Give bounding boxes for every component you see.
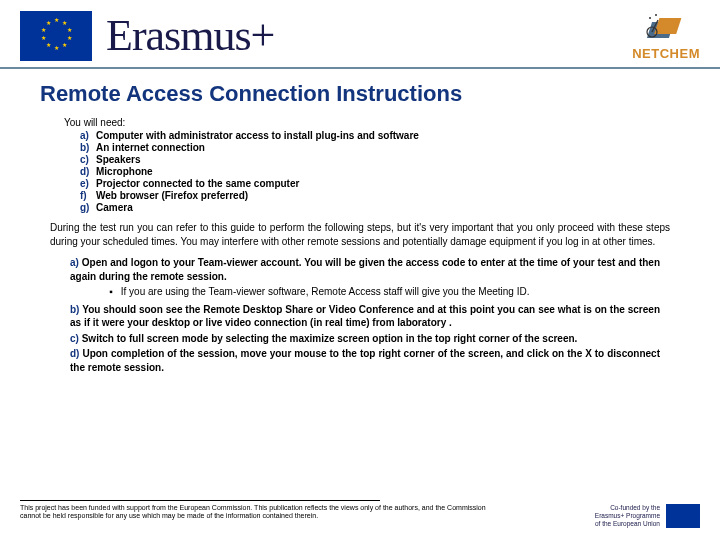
cofunded-badge: Co-funded by the Erasmus+ Programme of t… [595, 504, 700, 528]
eu-flag-small-icon [666, 504, 700, 528]
list-item: d)Microphone [80, 166, 690, 177]
disclaimer-text: This project has been funded with suppor… [20, 504, 490, 521]
page-title: Remote Access Connection Instructions [40, 81, 690, 107]
step-d: d) Upon completion of the session, move … [70, 347, 660, 374]
page-header: ★ ★ ★ ★ ★ ★ ★ ★ ★ ★ Erasmus+ NETCHEM [0, 0, 720, 69]
steps-list: a) Open and logon to your Team-viewer ac… [70, 256, 660, 374]
step-c: c) Switch to full screen mode by selecti… [70, 332, 660, 346]
page-footer: This project has been funded with suppor… [20, 500, 700, 528]
list-item: g)Camera [80, 202, 690, 213]
needs-intro: You will need: [64, 117, 690, 128]
list-item: a)Computer with administrator access to … [80, 130, 690, 141]
paragraph-warning: During the test run you can refer to thi… [50, 221, 670, 248]
step-b: b) You should soon see the Remote Deskto… [70, 303, 660, 330]
list-item: f)Web browser (Firefox preferred) [80, 190, 690, 201]
list-item: e)Projector connected to the same comput… [80, 178, 690, 189]
cofund-line: Co-funded by the [595, 504, 660, 512]
svg-point-4 [649, 17, 651, 19]
netchem-logo: NETCHEM [632, 10, 700, 61]
netchem-icon [642, 10, 690, 44]
needs-list: a)Computer with administrator access to … [80, 130, 690, 213]
eu-flag-icon: ★ ★ ★ ★ ★ ★ ★ ★ ★ ★ [20, 11, 92, 61]
netchem-label: NETCHEM [632, 46, 700, 61]
step-a: a) Open and logon to your Team-viewer ac… [70, 256, 660, 283]
erasmus-logo-text: Erasmus+ [106, 10, 274, 61]
content-area: Remote Access Connection Instructions Yo… [0, 69, 720, 374]
svg-point-5 [655, 14, 657, 16]
cofund-line: of the European Union [595, 520, 660, 528]
list-item: c)Speakers [80, 154, 690, 165]
footer-divider [20, 500, 380, 501]
cofund-line: Erasmus+ Programme [595, 512, 660, 520]
step-a-sub: ▪ If you are using the Team-viewer softw… [104, 285, 660, 299]
list-item: b)An internet connection [80, 142, 690, 153]
